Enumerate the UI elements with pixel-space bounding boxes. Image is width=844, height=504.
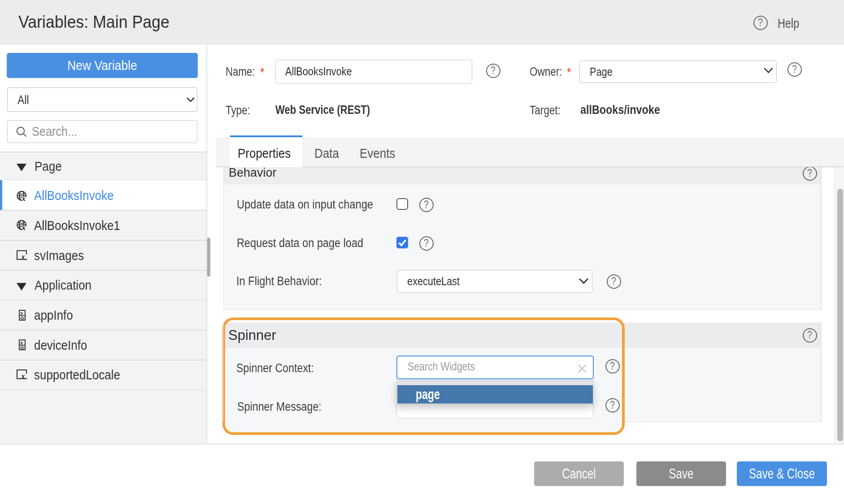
svg-text:?: ?	[807, 329, 812, 341]
svg-text:x: x	[21, 253, 25, 261]
svg-text:x: x	[21, 194, 26, 201]
svg-text:?: ?	[757, 17, 762, 28]
svg-text:x: x	[20, 310, 23, 316]
svg-text:?: ?	[424, 199, 429, 210]
svg-text:x: x	[20, 339, 23, 346]
svg-text:?: ?	[611, 275, 616, 287]
svg-text:?: ?	[491, 65, 496, 76]
svg-text:?: ?	[792, 63, 797, 75]
svg-text:x: x	[21, 372, 25, 380]
svg-text:?: ?	[424, 237, 429, 249]
svg-text:x: x	[21, 223, 26, 230]
svg-text:?: ?	[807, 167, 812, 179]
